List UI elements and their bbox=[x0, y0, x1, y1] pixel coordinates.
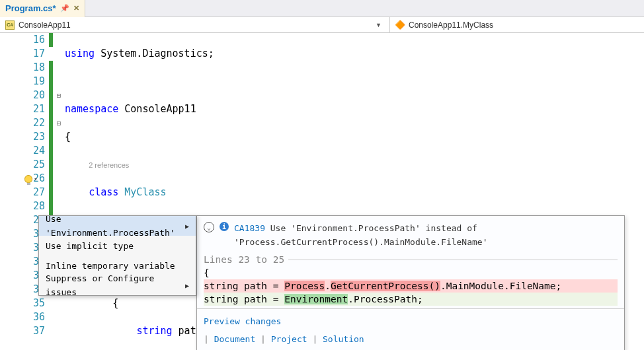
breadcrumb-class[interactable]: 🔶 ConsoleApp11.MyClass bbox=[390, 17, 499, 32]
collapse-icon[interactable]: ⊟ bbox=[53, 88, 65, 102]
chevron-down-icon: ▾ bbox=[34, 172, 37, 186]
csharp-project-icon: C# bbox=[5, 20, 15, 30]
rule-id-link[interactable]: CA1839 bbox=[234, 223, 265, 233]
fix-scope-solution[interactable]: Solution bbox=[323, 334, 364, 344]
quickfix-item-label: Suppress or Configure issues bbox=[46, 271, 185, 299]
diff-line-added: string path = Environment.ProcessPath; bbox=[204, 293, 618, 306]
chevron-down-icon[interactable]: ▼ bbox=[376, 22, 384, 28]
code-editor[interactable]: 16 17 18 19 20 21 22 23 24 25 26 27 28 2… bbox=[0, 33, 644, 350]
outline-margin: ⊟ ⊟ bbox=[53, 33, 65, 350]
diff-header: Lines 23 to 25 bbox=[204, 253, 284, 266]
quickfix-item-use-environment-processpath[interactable]: Use 'Environment.ProcessPath' ▶ bbox=[39, 216, 196, 236]
quickfix-item-suppress-configure[interactable]: Suppress or Configure issues ▶ bbox=[39, 275, 196, 295]
chevron-right-icon: ▶ bbox=[185, 219, 189, 233]
preview-footer: Preview changes | Document | Project | S… bbox=[197, 308, 624, 350]
rule-description: ⌄ i CA1839 Use 'Environment.ProcessPath'… bbox=[197, 216, 624, 253]
fix-scope-project[interactable]: Project bbox=[271, 334, 307, 344]
diff-line-context: { bbox=[204, 266, 618, 279]
breadcrumb: C# ConsoleApp11 ▼ 🔶 ConsoleApp11.MyClass bbox=[0, 17, 644, 33]
diff-preview: Lines 23 to 25 { string path = Process.G… bbox=[197, 253, 624, 308]
tab-bar: Program.cs* 📌 ✕ bbox=[0, 0, 644, 17]
codelens-references[interactable]: 2 references bbox=[89, 161, 129, 169]
chevron-down-circle-icon[interactable]: ⌄ bbox=[204, 222, 214, 232]
tab-title: Program.cs* bbox=[5, 3, 56, 13]
fix-scope-document[interactable]: Document bbox=[214, 334, 256, 344]
breadcrumb-project[interactable]: C# ConsoleApp11 ▼ bbox=[0, 17, 390, 32]
tab-program-cs[interactable]: Program.cs* 📌 ✕ bbox=[0, 0, 85, 17]
breadcrumb-project-label: ConsoleApp11 bbox=[19, 20, 71, 30]
preview-panel: ⌄ i CA1839 Use 'Environment.ProcessPath'… bbox=[196, 215, 625, 350]
diff-line-removed: string path = Process.GetCurrentProcess(… bbox=[204, 279, 618, 293]
collapse-icon[interactable]: ⊟ bbox=[53, 116, 65, 130]
breadcrumb-class-label: ConsoleApp11.MyClass bbox=[409, 20, 493, 30]
chevron-right-icon: ▶ bbox=[185, 279, 189, 293]
close-icon[interactable]: ✕ bbox=[73, 4, 79, 13]
quickfix-item-label: Inline temporary variable bbox=[46, 259, 175, 273]
preview-changes-link[interactable]: Preview changes bbox=[204, 316, 281, 326]
line-number-gutter: 16 17 18 19 20 21 22 23 24 25 26 27 28 2… bbox=[0, 33, 49, 350]
lightbulb-icon[interactable]: ▾ bbox=[24, 172, 38, 186]
quickfix-item-label: Use 'Environment.ProcessPath' bbox=[46, 212, 185, 240]
pin-icon[interactable]: 📌 bbox=[60, 4, 69, 13]
quickfix-item-label: Use implicit type bbox=[46, 239, 134, 253]
class-icon: 🔶 bbox=[395, 20, 405, 30]
info-icon: i bbox=[220, 222, 229, 231]
rule-text: Use 'Environment.ProcessPath' instead of… bbox=[234, 223, 488, 247]
quickfix-menu: Use 'Environment.ProcessPath' ▶ Use impl… bbox=[38, 215, 196, 296]
lightbulb-margin: ▾ bbox=[24, 145, 38, 186]
